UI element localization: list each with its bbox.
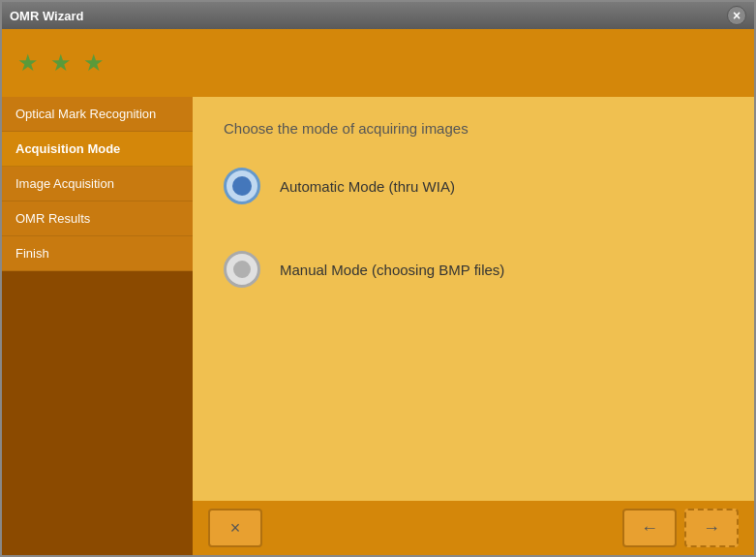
close-button[interactable]: × (727, 6, 746, 25)
footer: × ← → (193, 501, 754, 555)
option-manual-mode[interactable]: Manual Mode (choosing BMP files) (224, 251, 723, 288)
sidebar-item-finish[interactable]: Finish (2, 236, 193, 271)
sidebar-item-image-acquisition[interactable]: Image Acquisition (2, 167, 193, 201)
main-area: Choose the mode of acquiring images Auto… (193, 97, 754, 555)
sidebar: Optical Mark Recognition Acquisition Mod… (2, 97, 193, 555)
option-automatic-mode[interactable]: Automatic Mode (thru WIA) (224, 168, 723, 204)
radio-inner-automatic (232, 176, 252, 196)
option-manual-label: Manual Mode (choosing BMP files) (280, 262, 504, 278)
sidebar-bottom (2, 271, 193, 555)
cancel-button[interactable]: × (208, 509, 262, 547)
radio-manual[interactable] (224, 251, 260, 288)
omr-wizard-window: OMR Wizard × ★ ★ ★ Optical Mark Recognit… (0, 0, 756, 557)
sidebar-item-omr-results[interactable]: OMR Results (2, 201, 193, 236)
sidebar-item-acquisition-mode[interactable]: Acquisition Mode (2, 132, 193, 167)
content: Choose the mode of acquiring images Auto… (193, 97, 754, 501)
star-icon-3: ★ (83, 49, 105, 77)
title-bar: OMR Wizard × (2, 2, 754, 29)
sidebar-item-optical-mark-recognition[interactable]: Optical Mark Recognition (2, 97, 193, 132)
footer-right: ← → (622, 509, 739, 547)
next-button[interactable]: → (684, 509, 739, 547)
star-icon-1: ★ (17, 49, 39, 77)
window-title: OMR Wizard (10, 9, 83, 23)
header: ★ ★ ★ (2, 29, 754, 97)
radio-inner-manual (233, 261, 251, 278)
content-title: Choose the mode of acquiring images (224, 120, 723, 137)
radio-automatic[interactable] (224, 168, 260, 204)
back-button[interactable]: ← (622, 509, 677, 547)
body: Optical Mark Recognition Acquisition Mod… (2, 97, 754, 555)
option-automatic-label: Automatic Mode (thru WIA) (280, 178, 455, 195)
star-icon-2: ★ (50, 49, 72, 77)
